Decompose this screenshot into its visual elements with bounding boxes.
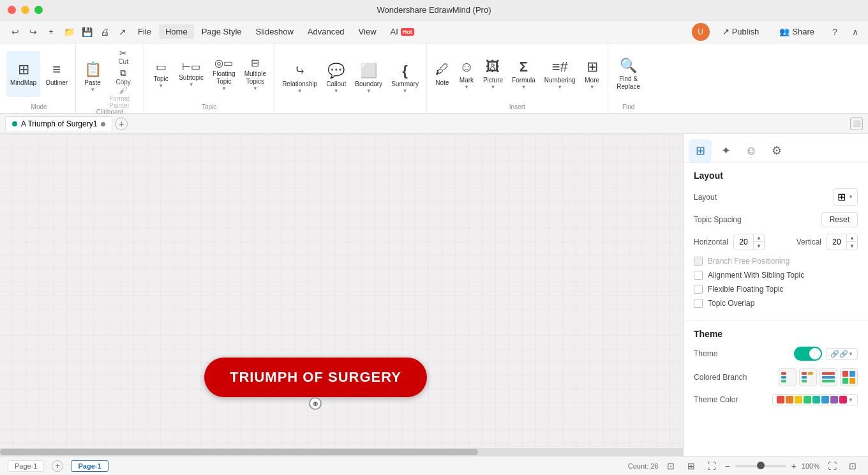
menu-ai[interactable]: AI Hot <box>384 24 421 39</box>
horizontal-scrollbar[interactable] <box>0 448 683 456</box>
theme-color-palette[interactable]: ▼ <box>772 394 858 405</box>
formula-btn[interactable]: Σ Formula ▼ <box>508 51 539 97</box>
color-2 <box>786 396 793 403</box>
panel-toggle-btn[interactable]: ⊡ <box>845 458 860 474</box>
panel-tab-emoji[interactable]: ☺ <box>740 139 763 162</box>
horizontal-down[interactable]: ▼ <box>754 242 764 250</box>
boundary-btn[interactable]: ⬜ Boundary ▼ <box>351 56 386 102</box>
flexible-label: Flexible Floating Topic <box>708 285 784 294</box>
theme-section-title: Theme <box>694 329 858 339</box>
scrollbar-thumb[interactable] <box>0 449 478 455</box>
page-tab[interactable]: Page-1 <box>8 460 44 472</box>
save-btn[interactable]: 💾 <box>79 24 94 40</box>
expand-btn[interactable]: ⬜ <box>850 117 863 130</box>
new-btn[interactable]: + <box>43 24 59 40</box>
topic-items: ▭ Topic ▼ ⊢▭ Subtopic ▼ ◎▭ FloatingTopic… <box>148 46 270 102</box>
menu-slideshow[interactable]: Slideshow <box>250 24 300 39</box>
user-avatar[interactable]: U <box>692 23 710 41</box>
alignment-checkbox[interactable] <box>694 271 703 280</box>
note-btn[interactable]: 🖊 Note <box>431 51 454 97</box>
mindmap-icon: ⊞ <box>18 61 29 78</box>
horizontal-up[interactable]: ▲ <box>754 234 764 242</box>
topic-btn[interactable]: ▭ Topic ▼ <box>148 51 174 97</box>
menu-file[interactable]: File <box>131 24 158 39</box>
publish-button[interactable]: ↗ Publish <box>715 24 767 40</box>
zoom-plus[interactable]: + <box>791 461 797 471</box>
numbering-btn[interactable]: ≡# Numbering ▼ <box>541 51 580 97</box>
panel-tab-layout[interactable]: ⊞ <box>689 139 712 162</box>
mindmap-btn[interactable]: ⊞ MindMap <box>6 51 40 97</box>
node-handle[interactable]: ⊕ <box>309 397 322 410</box>
mind-map-central-node[interactable]: TRIUMPH OF SURGERY ⊕ <box>204 358 427 397</box>
redo-btn[interactable]: ↪ <box>26 24 41 40</box>
multiple-topics-btn[interactable]: ⊟ MultipleTopics ▼ <box>241 51 270 97</box>
layout-select[interactable]: ⊞ ▼ <box>833 188 858 206</box>
cut-btn[interactable]: ✂ Cut <box>107 46 140 66</box>
reset-button[interactable]: Reset <box>821 212 858 227</box>
relationship-btn[interactable]: ⤷ Relationship ▼ <box>278 56 321 102</box>
flexible-checkbox[interactable] <box>694 285 703 294</box>
paste-caret: ▼ <box>90 87 95 93</box>
branch-option-1[interactable] <box>779 368 797 386</box>
floating-topic-btn[interactable]: ◎▭ FloatingTopic ▼ <box>209 51 239 97</box>
close-btn[interactable] <box>8 6 16 14</box>
add-page-btn[interactable]: + <box>52 460 63 472</box>
paste-btn[interactable]: 📋 Paste ▼ <box>80 54 105 100</box>
theme-toggle[interactable]: 🔗🔗 ▼ <box>794 347 858 361</box>
menu-home[interactable]: Home <box>159 24 194 39</box>
menu-page-style[interactable]: Page Style <box>195 24 248 39</box>
collapse-btn[interactable]: ∧ <box>848 24 863 40</box>
theme-color-row: Theme Color ▼ <box>694 394 858 405</box>
panel-tab-ai[interactable]: ✦ <box>714 139 737 162</box>
outliner-btn[interactable]: ≡ Outliner <box>41 51 71 97</box>
zoom-minus[interactable]: − <box>724 461 730 471</box>
fullscreen-btn[interactable]: ⛶ <box>704 458 719 474</box>
picture-btn[interactable]: 🖼 Picture ▼ <box>479 51 507 97</box>
overlap-checkbox[interactable] <box>694 299 703 308</box>
menu-advanced[interactable]: Advanced <box>301 24 351 39</box>
summary-btn[interactable]: { Summary ▼ <box>387 56 423 102</box>
vertical-spinner[interactable]: 20 ▲ ▼ <box>827 234 858 250</box>
panel-tab-settings[interactable]: ⚙ <box>765 139 788 162</box>
topic-spacing-row: Topic Spacing Reset <box>694 212 858 227</box>
branch-option-2[interactable] <box>799 368 817 386</box>
share-button[interactable]: 👥 Share <box>772 24 822 40</box>
zoom-slider[interactable] <box>735 465 786 467</box>
open-btn[interactable]: 📁 <box>61 24 77 40</box>
zoom-thumb <box>757 462 765 469</box>
toggle-switch[interactable] <box>794 347 822 361</box>
mark-btn[interactable]: ☺ Mark ▼ <box>455 51 478 97</box>
branch-option-4[interactable] <box>840 368 858 386</box>
horizontal-arrows: ▲ ▼ <box>753 234 764 250</box>
fit-view-btn[interactable]: ⊡ <box>663 458 678 474</box>
callout-caret: ▼ <box>334 88 339 94</box>
horizontal-spinner[interactable]: 20 ▲ ▼ <box>733 234 765 250</box>
tab-triumph[interactable]: A Triumph of Surgery1 <box>5 116 112 131</box>
new-tab-btn[interactable]: + <box>115 117 128 130</box>
export-btn[interactable]: ↗ <box>115 24 130 40</box>
find-replace-btn[interactable]: 🔍 Find &Replace <box>612 51 645 97</box>
mode-section: ⊞ MindMap ≡ Outliner Mode <box>3 43 76 113</box>
menu-view[interactable]: View <box>352 24 383 39</box>
branch-option-3[interactable] <box>819 368 837 386</box>
copy-btn[interactable]: ⧉ Copy <box>107 66 140 87</box>
callout-btn[interactable]: 💬 Callout ▼ <box>322 56 350 102</box>
branch-free-checkbox[interactable] <box>694 257 703 266</box>
vertical-down[interactable]: ▼ <box>847 242 857 250</box>
undo-btn[interactable]: ↩ <box>8 24 23 40</box>
canvas[interactable]: TRIUMPH OF SURGERY ⊕ <box>0 134 683 456</box>
svg-rect-3 <box>802 372 807 375</box>
minimize-btn[interactable] <box>21 6 29 14</box>
page-active-tab[interactable]: Page-1 <box>71 460 108 472</box>
undo-redo-group: ↩ ↪ + 📁 💾 🖨 ↗ <box>8 24 130 40</box>
print-btn[interactable]: 🖨 <box>97 24 112 40</box>
expand-view-btn[interactable]: ⛶ <box>825 458 840 474</box>
help-btn[interactable]: ? <box>827 24 842 40</box>
subtopic-btn[interactable]: ⊢▭ Subtopic ▼ <box>175 51 207 97</box>
horizontal-value: 20 <box>734 236 753 248</box>
maximize-btn[interactable] <box>34 6 43 14</box>
theme-option-select[interactable]: 🔗🔗 ▼ <box>826 348 858 360</box>
more-btn[interactable]: ⊞ More ▼ <box>581 51 604 97</box>
vertical-up[interactable]: ▲ <box>847 234 857 242</box>
actual-size-btn[interactable]: ⊞ <box>684 458 699 474</box>
